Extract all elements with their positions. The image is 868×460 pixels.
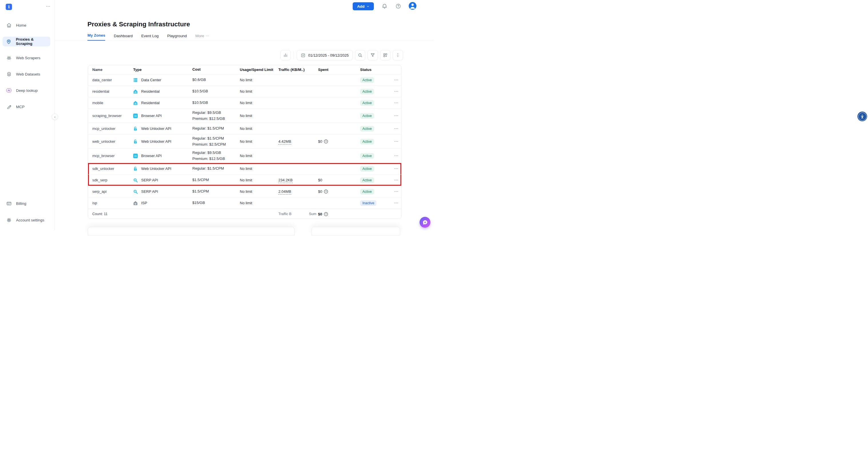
row-menu-button[interactable] bbox=[391, 100, 401, 105]
table-row[interactable]: sdk_unlocker Web Unlocker API Regular: $… bbox=[88, 163, 401, 174]
filter-button[interactable] bbox=[368, 50, 378, 60]
sidebar-item-web-scrapers[interactable]: Web Scrapers bbox=[0, 53, 55, 63]
row-menu-button[interactable] bbox=[391, 89, 401, 94]
sidebar-item-label: Deep lookup bbox=[16, 88, 38, 93]
columns-button[interactable] bbox=[380, 50, 391, 60]
question-circle-icon[interactable]: ? bbox=[324, 212, 328, 216]
chat-widget-button[interactable] bbox=[420, 217, 430, 228]
column-header-spent[interactable]: Spent bbox=[315, 67, 356, 72]
billing-card-icon bbox=[6, 201, 12, 206]
add-button[interactable]: Add bbox=[353, 2, 374, 10]
search-button[interactable] bbox=[355, 50, 365, 60]
chat-bubble-icon bbox=[422, 220, 428, 225]
sidebar-item-deep-lookup[interactable]: AI Deep lookup bbox=[0, 86, 55, 95]
table-body: data_center Data Center $0.6/GB No limit… bbox=[88, 74, 401, 208]
svg-text:?: ? bbox=[326, 190, 327, 193]
row-menu-button[interactable] bbox=[391, 201, 401, 205]
table-row[interactable]: mcp_browser </> Browser API Regular: $9.… bbox=[88, 148, 401, 163]
user-avatar[interactable] bbox=[409, 2, 416, 10]
zone-cost: $15/GB bbox=[192, 200, 236, 206]
row-menu-button[interactable] bbox=[391, 178, 401, 182]
column-header-usage[interactable]: Usage/Spend Limit bbox=[236, 67, 275, 72]
spent-value: $0 bbox=[318, 139, 322, 144]
column-header-type[interactable]: Type bbox=[129, 67, 188, 72]
traffic-value[interactable]: 2.04MB bbox=[278, 190, 291, 195]
table-row[interactable]: mobile Residential $10.5/GB No limit ? A… bbox=[88, 97, 401, 108]
svg-text:</>: </> bbox=[134, 155, 137, 157]
column-header-traffic[interactable]: Traffic (KB/M..) bbox=[275, 67, 315, 72]
help-icon[interactable] bbox=[395, 3, 401, 9]
table-row[interactable]: sdk_serp SERP API $1.5/CPM No limit 234.… bbox=[88, 174, 401, 186]
search-icon bbox=[358, 53, 363, 58]
row-menu-button[interactable] bbox=[391, 139, 401, 144]
column-header-status[interactable]: Status bbox=[356, 67, 391, 72]
table-header-row: Name Type Cost Usage/Spend Limit Traffic… bbox=[88, 65, 401, 74]
browser-api-icon: </> bbox=[133, 154, 138, 158]
row-menu-button[interactable] bbox=[391, 153, 401, 158]
spent-value: $0 bbox=[318, 178, 322, 182]
usage-limit: No limit bbox=[236, 78, 275, 82]
row-menu-button[interactable] bbox=[391, 189, 401, 194]
status-badge: Active bbox=[360, 153, 374, 159]
sidebar-item-label: Home bbox=[16, 23, 26, 27]
row-menu-button[interactable] bbox=[391, 113, 401, 118]
sidebar-menu-dots-icon[interactable] bbox=[46, 4, 51, 9]
table-row[interactable]: isp $ ISP $15/GB No limit ? Inactive bbox=[88, 197, 401, 208]
sidebar-item-home[interactable]: Home bbox=[0, 20, 55, 30]
table-row[interactable]: data_center Data Center $0.6/GB No limit… bbox=[88, 74, 401, 86]
question-circle-icon[interactable]: ? bbox=[324, 139, 328, 144]
kebab-vertical-icon bbox=[395, 53, 400, 58]
status-badge: Active bbox=[360, 139, 374, 144]
brand-logo[interactable]: i bbox=[6, 4, 12, 10]
date-range-picker[interactable]: 01/12/2025 - 09/12/2025 bbox=[297, 50, 353, 60]
datasets-icon bbox=[6, 71, 12, 77]
table-row[interactable]: mcp_unlocker Web Unlocker API Regular: $… bbox=[88, 123, 401, 134]
tab-event-log[interactable]: Event Log bbox=[141, 33, 159, 41]
sidebar-item-billing[interactable]: Billing bbox=[0, 199, 55, 208]
home-icon bbox=[6, 23, 12, 28]
main-content: Add Proxies & Scraping Infrastructure My… bbox=[55, 0, 434, 230]
status-badge: Active bbox=[360, 89, 374, 94]
zone-name: sdk_serp bbox=[88, 178, 129, 182]
zone-type-label: SERP API bbox=[141, 178, 158, 182]
chart-view-button[interactable] bbox=[280, 50, 291, 60]
ai-badge-icon: AI bbox=[6, 88, 12, 92]
sidebar-item-mcp[interactable]: MCP bbox=[0, 102, 55, 112]
notifications-bell-icon[interactable] bbox=[381, 3, 388, 9]
table-footer-row: Count: 11 Traffic B Sum $0 ? bbox=[88, 208, 401, 219]
usage-limit: No limit bbox=[236, 101, 275, 105]
traffic-value[interactable]: 234.2KB bbox=[278, 178, 293, 183]
column-header-cost[interactable]: Cost bbox=[188, 67, 236, 73]
sidebar-item-account-settings[interactable]: Account settings bbox=[0, 215, 55, 225]
bar-chart-icon bbox=[283, 53, 288, 58]
question-circle-icon[interactable]: ? bbox=[324, 190, 328, 194]
tab-playground[interactable]: Playground bbox=[167, 33, 187, 41]
row-menu-button[interactable] bbox=[391, 78, 401, 82]
status-badge: Active bbox=[360, 77, 374, 83]
zone-type-label: Data Center bbox=[141, 78, 161, 82]
zone-type-label: Web Unlocker API bbox=[141, 167, 171, 171]
row-menu-button[interactable] bbox=[391, 126, 401, 131]
table-row[interactable]: scraping_browser </> Browser API Regular… bbox=[88, 108, 401, 123]
column-header-name[interactable]: Name bbox=[88, 67, 129, 72]
zone-type-label: SERP API bbox=[141, 190, 158, 194]
ellipsis-icon bbox=[394, 126, 399, 131]
sidebar-collapse-button[interactable]: ‹ bbox=[52, 114, 58, 120]
table-row[interactable]: web_unlocker Web Unlocker API Regular: $… bbox=[88, 134, 401, 148]
row-menu-button[interactable] bbox=[391, 166, 401, 171]
tab-dashboard[interactable]: Dashboard bbox=[114, 33, 133, 41]
ellipsis-icon bbox=[394, 100, 399, 105]
table-menu-button[interactable] bbox=[393, 50, 403, 60]
tab-my-zones[interactable]: My Zones bbox=[88, 33, 105, 41]
residential-icon bbox=[133, 89, 138, 94]
traffic-value[interactable]: 4.42MB bbox=[278, 139, 291, 144]
svg-text:?: ? bbox=[326, 140, 327, 143]
sidebar-item-web-datasets[interactable]: Web Datasets bbox=[0, 69, 55, 79]
ellipsis-icon bbox=[394, 166, 399, 171]
table-row[interactable]: residential Residential $10.5/GB No limi… bbox=[88, 86, 401, 97]
tab-more[interactable]: More bbox=[195, 33, 209, 41]
sidebar-item-proxies-scraping[interactable]: Proxies & Scraping bbox=[3, 37, 50, 46]
table-row[interactable]: serp_api SERP API $1.5/CPM No limit 2.04… bbox=[88, 186, 401, 197]
status-badge: Active bbox=[360, 189, 374, 195]
chevron-left-icon: ‹ bbox=[54, 115, 56, 119]
